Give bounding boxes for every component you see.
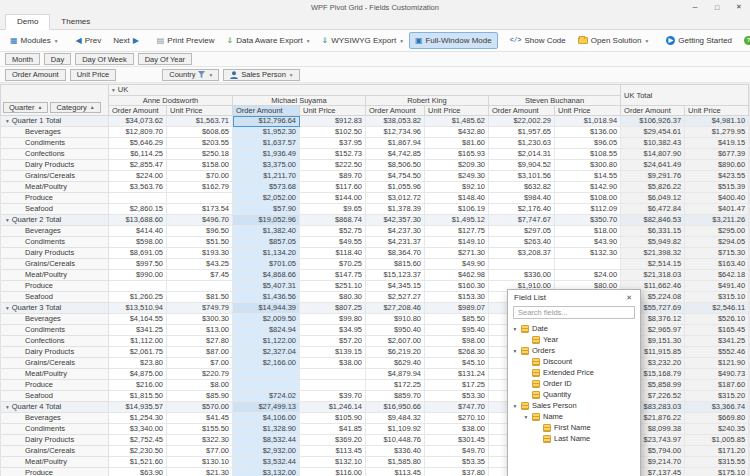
pivot-cell[interactable]: $152.73	[300, 149, 366, 160]
pivot-cell[interactable]: $1,485.62	[425, 116, 489, 127]
pivot-cell[interactable]: $749.79	[167, 303, 233, 314]
pivot-cell[interactable]: $7.45	[167, 270, 233, 281]
pivot-cell[interactable]: $5,646.29	[109, 138, 167, 149]
pivot-cell[interactable]: $6,472.84	[621, 204, 685, 215]
pivot-cell[interactable]: $4,231.37	[366, 237, 425, 248]
pivot-cell[interactable]: $1,018.94	[555, 116, 621, 127]
pivot-cell[interactable]: $222.50	[300, 160, 366, 171]
pivot-cell[interactable]: $92.10	[425, 182, 489, 193]
row-header-meat-poultry[interactable]: Meat/Poultry	[1, 182, 109, 193]
full-window-mode-button[interactable]: ▣ Full-Window Mode	[409, 32, 498, 49]
measure-header-unit-price[interactable]: Unit Price	[685, 106, 749, 116]
row-header-meat-poultry[interactable]: Meat/Poultry	[1, 270, 109, 281]
pivot-cell[interactable]: $4,981.10	[685, 116, 749, 127]
pivot-cell[interactable]: $49.70	[425, 446, 489, 457]
pivot-cell[interactable]: $1,109.92	[366, 424, 425, 435]
pivot-cell[interactable]: $220.79	[167, 369, 233, 380]
pivot-cell[interactable]: $3,012.72	[366, 193, 425, 204]
pivot-cell[interactable]: $250.18	[167, 149, 233, 160]
pivot-cell[interactable]: $295.00	[685, 226, 749, 237]
pivot-cell[interactable]: $21.30	[167, 468, 233, 476]
pivot-cell[interactable]: $9,484.32	[366, 413, 425, 424]
pivot-cell[interactable]: $14,807.90	[621, 149, 685, 160]
field-list-item-discount[interactable]: Discount	[508, 356, 640, 367]
pivot-cell[interactable]: $632.82	[489, 182, 555, 193]
field-list-item-quantity[interactable]: Quantity	[508, 389, 640, 400]
pivot-cell[interactable]: $3,563.76	[109, 182, 167, 193]
pivot-cell[interactable]: $9,291.76	[621, 171, 685, 182]
measure-header-order-amount[interactable]: Order Amount	[109, 106, 167, 116]
row-header-beverages[interactable]: Beverages	[1, 413, 109, 424]
pivot-cell[interactable]: $1,957.65	[489, 127, 555, 138]
pivot-cell[interactable]: $8,532.44	[233, 435, 300, 446]
open-solution-button[interactable]: Open Solution ▾	[572, 32, 654, 49]
row-header-meat-poultry[interactable]: Meat/Poultry	[1, 457, 109, 468]
pivot-cell[interactable]: $173.54	[167, 204, 233, 215]
field-list-item-year[interactable]: Year	[508, 334, 640, 345]
pivot-cell[interactable]: $423.55	[685, 171, 749, 182]
pivot-cell[interactable]: $102.50	[300, 127, 366, 138]
pivot-cell[interactable]: $16,950.66	[366, 402, 425, 413]
pivot-cell[interactable]: $249.30	[425, 171, 489, 182]
pivot-cell[interactable]: $27,499.13	[233, 402, 300, 413]
pivot-cell[interactable]: $96.50	[167, 226, 233, 237]
pivot-cell[interactable]: $112.09	[555, 204, 621, 215]
pivot-cell[interactable]: $27,208.46	[366, 303, 425, 314]
pivot-cell[interactable]: $38,053.82	[366, 116, 425, 127]
pivot-cell[interactable]: $96.05	[555, 138, 621, 149]
row-header-quarter-1-total[interactable]: ▾Quarter 1 Total	[1, 116, 109, 127]
pivot-cell[interactable]: $462.98	[425, 270, 489, 281]
pivot-cell[interactable]: $216.00	[109, 380, 167, 391]
pivot-cell[interactable]: $4,345.15	[366, 281, 425, 292]
pivot-cell[interactable]: $868.74	[300, 215, 366, 226]
pivot-cell[interactable]: $38.00	[425, 424, 489, 435]
pivot-cell[interactable]: $419.15	[685, 138, 749, 149]
pivot-cell[interactable]: $85.90	[167, 391, 233, 402]
caret-down-icon[interactable]: ▾	[512, 403, 518, 409]
measure-header-order-amount[interactable]: Order Amount	[489, 106, 555, 116]
pivot-cell[interactable]: $43.25	[167, 259, 233, 270]
pivot-cell[interactable]: $21,318.03	[621, 270, 685, 281]
expander-icon[interactable]: ▾	[6, 404, 9, 410]
row-header-seafood[interactable]: Seafood	[1, 391, 109, 402]
pivot-cell[interactable]: $297.05	[489, 226, 555, 237]
pivot-cell[interactable]: $2,327.04	[233, 347, 300, 358]
data-field-order-amount[interactable]: Order Amount	[5, 69, 66, 81]
pivot-cell[interactable]: $53.35	[425, 457, 489, 468]
pivot-cell[interactable]: $4,754.50	[366, 171, 425, 182]
pivot-cell[interactable]: $1,246.14	[300, 402, 366, 413]
row-header-quarter-3-total[interactable]: ▾Quarter 3 Total	[1, 303, 109, 314]
row-header-grains-cereals[interactable]: Grains/Cereals	[1, 358, 109, 369]
pivot-cell[interactable]: $1,563.71	[167, 116, 233, 127]
pivot-cell[interactable]: $49.90	[425, 259, 489, 270]
pivot-cell[interactable]: $7,747.67	[489, 215, 555, 226]
pivot-cell[interactable]: $1,952.30	[233, 127, 300, 138]
pivot-cell[interactable]: $4,879.94	[366, 369, 425, 380]
row-header-beverages[interactable]: Beverages	[1, 127, 109, 138]
pivot-cell[interactable]: $77.00	[167, 446, 233, 457]
pivot-cell[interactable]: $12,809.70	[109, 127, 167, 138]
row-header-dairy-products[interactable]: Dairy Products	[1, 347, 109, 358]
pivot-cell[interactable]: $950.40	[366, 325, 425, 336]
pivot-cell[interactable]: $131.24	[425, 369, 489, 380]
pivot-cell[interactable]: $515.39	[685, 182, 749, 193]
pivot-cell[interactable]: $224.00	[109, 171, 167, 182]
column-group-uk-total[interactable]: UK Total	[621, 85, 749, 106]
print-preview-button[interactable]: ▤ Print Preview	[151, 32, 221, 49]
pivot-cell[interactable]: $315.10	[685, 292, 749, 303]
pivot-cell[interactable]: $1,055.96	[366, 182, 425, 193]
pivot-cell[interactable]: $121.90	[685, 358, 749, 369]
pivot-cell[interactable]	[555, 259, 621, 270]
pivot-cell[interactable]: $890.60	[685, 160, 749, 171]
pivot-cell[interactable]: $629.40	[366, 358, 425, 369]
pivot-cell[interactable]: $300.30	[167, 314, 233, 325]
field-list-item-last-name[interactable]: Last Name	[508, 433, 640, 444]
pivot-cell[interactable]: $1,112.00	[109, 336, 167, 347]
pivot-cell[interactable]: $552.46	[685, 347, 749, 358]
pivot-cell[interactable]: $98.00	[425, 336, 489, 347]
pivot-cell[interactable]: $6,114.25	[109, 149, 167, 160]
measure-header-order-amount[interactable]: Order Amount	[621, 106, 685, 116]
pivot-cell[interactable]: $130.10	[167, 457, 233, 468]
row-header-condiments[interactable]: Condiments	[1, 237, 109, 248]
pivot-cell[interactable]: $315.20	[685, 391, 749, 402]
